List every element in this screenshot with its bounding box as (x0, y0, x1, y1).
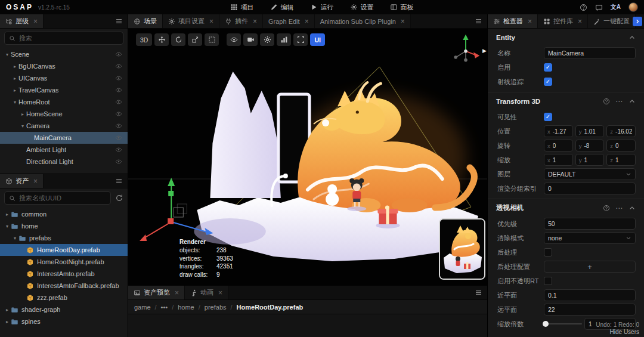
post-process-config-add-button[interactable]: + (544, 261, 636, 273)
chevron-up-icon[interactable] (628, 205, 636, 212)
expander-closed-icon[interactable]: ▸ (4, 307, 11, 313)
hierarchy-node-Directional-Light[interactable]: Directional Light (0, 156, 128, 168)
expander-open-icon[interactable]: ▾ (11, 100, 18, 105)
translate-icon[interactable]: 文A (611, 3, 621, 11)
panel-menu-icon[interactable] (110, 174, 128, 188)
question-icon[interactable] (603, 205, 610, 212)
inspector-tab-widget-library[interactable]: 控件库× (538, 14, 588, 28)
breadcrumb-item[interactable]: game (134, 304, 151, 311)
near-plane-input[interactable] (544, 289, 636, 301)
menu-panel[interactable]: 面板 (391, 3, 414, 12)
hierarchy-node-MainCamera[interactable]: MainCamera (0, 132, 128, 144)
rotation-z-input[interactable]: z0 (606, 140, 636, 152)
center-tab-animation-sub-clip-plugin[interactable]: Animation Sub Clip Plugin× (315, 14, 411, 28)
eye-icon[interactable] (115, 51, 122, 58)
hierarchy-node-Ambient-Light[interactable]: Ambient Light (0, 144, 128, 156)
visibility-checkbox[interactable]: ✓ (544, 113, 552, 121)
tab-close-icon[interactable]: × (253, 18, 257, 25)
expander-open-icon[interactable]: ▾ (4, 224, 11, 229)
eye-icon[interactable] (115, 86, 122, 94)
chevron-up-icon[interactable] (628, 98, 636, 105)
breadcrumb-item[interactable]: home (178, 304, 194, 311)
user-avatar[interactable] (628, 2, 638, 12)
breadcrumb-item[interactable]: ••• (161, 304, 168, 311)
refresh-assets-icon[interactable] (115, 194, 123, 202)
asset-item-prefabs[interactable]: ▾prefabs (0, 232, 128, 244)
expander-closed-icon[interactable]: ▸ (19, 112, 26, 117)
tab-close-icon[interactable]: × (305, 18, 309, 25)
hierarchy-node-UICanvas[interactable]: ▸UICanvas (0, 72, 128, 84)
panel-menu-icon[interactable] (470, 14, 487, 28)
hierarchy-node-Camera[interactable]: ▾Camera (0, 120, 128, 132)
expander-closed-icon[interactable]: ▸ (4, 212, 11, 217)
post-process-checkbox[interactable] (544, 248, 552, 256)
hierarchy-tab-hierarchy[interactable]: 层级× (0, 14, 44, 28)
position-x-input[interactable]: x-1.27 (544, 125, 573, 137)
tab-close-icon[interactable]: × (528, 18, 532, 25)
asset-item-InterestAmtoFallback-prefab[interactable]: InterestAmtoFallback.prefab (0, 280, 128, 292)
hierarchy-search-input[interactable] (19, 35, 119, 42)
eye-icon[interactable] (115, 63, 122, 70)
panel-menu-icon[interactable] (110, 14, 128, 28)
inspector-tab-quick-config[interactable]: 一键配置 (588, 14, 636, 28)
asset-item-home[interactable]: ▾home (0, 220, 128, 232)
expander-closed-icon[interactable]: ▸ (11, 76, 18, 81)
hierarchy-search[interactable] (4, 32, 123, 45)
hide-users-button[interactable]: Hide Users (596, 329, 639, 336)
menu-settings[interactable]: 设置 (351, 3, 374, 12)
expander-open-icon[interactable]: ▾ (19, 123, 26, 129)
hierarchy-node-BgUICanvas[interactable]: ▸BgUICanvas (0, 60, 128, 72)
enabled-checkbox[interactable]: ✓ (544, 63, 552, 72)
asset-item-common[interactable]: ▸common (0, 208, 128, 220)
asset-item-HomeRootNight-prefab[interactable]: HomeRootNight.prefab (0, 256, 128, 268)
eye-view-button[interactable] (227, 33, 241, 46)
expander-closed-icon[interactable]: ▸ (4, 319, 11, 324)
frame-view-button[interactable] (293, 33, 308, 46)
eye-icon[interactable] (115, 122, 122, 129)
section-header[interactable]: 透视相机⋯ (488, 199, 644, 217)
section-header[interactable]: Entity (488, 29, 644, 46)
asset-item-spines[interactable]: ▸spines (0, 316, 128, 327)
chevron-up-icon[interactable] (628, 34, 636, 41)
asset-item-HomeRootDay-prefab[interactable]: HomeRootDay.prefab (0, 244, 128, 256)
tab-close-icon[interactable]: × (175, 289, 179, 296)
menu-edit[interactable]: 编辑 (271, 3, 294, 12)
hierarchy-node-HomeScene[interactable]: ▸HomeScene (0, 108, 128, 120)
camera-preview[interactable] (439, 218, 485, 280)
hierarchy-node-HomeRoot[interactable]: ▾HomeRoot (0, 96, 128, 108)
expander-closed-icon[interactable]: ▸ (11, 88, 18, 93)
more-options-icon[interactable]: ⋯ (615, 205, 623, 212)
preview-tab-animation[interactable]: 动画× (185, 286, 228, 299)
eye-icon[interactable] (115, 134, 122, 141)
tab-close-icon[interactable]: × (218, 289, 222, 296)
eye-icon[interactable] (115, 110, 122, 118)
section-header[interactable]: Transform 3D⋯ (488, 92, 644, 110)
raycast-checkbox[interactable]: ✓ (544, 78, 552, 86)
panel-collapse-handle[interactable]: ▶ (482, 48, 487, 54)
orientation-gizmo[interactable] (449, 32, 482, 66)
gear-view-button[interactable] (260, 33, 274, 46)
ui-mode-button[interactable]: UI (310, 33, 325, 46)
assets-search[interactable] (4, 191, 111, 205)
asset-item-zzz-prefab[interactable]: zzz.prefab (0, 292, 128, 304)
scene-viewport[interactable]: 3DUI Rendererobjects:238vertices:39363tr… (128, 29, 487, 286)
asset-item-InterestAmto-prefab[interactable]: InterestAmto.prefab (0, 268, 128, 280)
preview-tab-asset-preview[interactable]: 资产预览× (128, 286, 185, 299)
menu-run[interactable]: 运行 (311, 3, 334, 12)
position-z-input[interactable]: z-16.02 (606, 125, 636, 137)
chat-icon[interactable] (595, 4, 603, 11)
render-group-index-input[interactable] (544, 183, 636, 194)
tab-close-icon[interactable]: × (33, 178, 38, 185)
tab-close-icon[interactable]: × (33, 18, 38, 25)
stats-view-button[interactable] (277, 33, 291, 46)
scale-x-input[interactable]: x1 (544, 154, 573, 166)
help-icon[interactable] (580, 4, 587, 11)
center-tab-project-settings[interactable]: 项目设置× (163, 14, 219, 28)
expander-open-icon[interactable]: ▾ (4, 52, 11, 57)
rotation-y-input[interactable]: y-8 (575, 140, 605, 152)
breadcrumb-item[interactable]: prefabs (205, 304, 227, 311)
question-icon[interactable] (603, 98, 610, 105)
position-y-input[interactable]: y1.01 (575, 125, 605, 137)
priority-input[interactable] (544, 218, 636, 230)
scale-y-input[interactable]: y1 (575, 154, 605, 166)
